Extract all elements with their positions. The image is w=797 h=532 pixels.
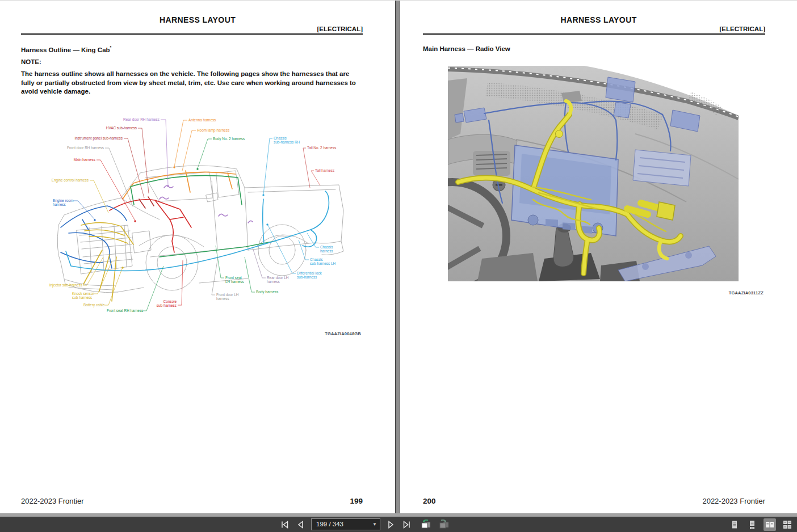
svg-text:Front door LHharness: Front door LHharness bbox=[216, 293, 239, 301]
svg-text:Differential locksub-harness: Differential locksub-harness bbox=[297, 271, 322, 279]
figure-code: TGAAZIA0311ZZ bbox=[729, 290, 764, 295]
page-title: HARNESS LAYOUT bbox=[400, 15, 797, 24]
first-page-button[interactable] bbox=[280, 519, 290, 530]
page-footer: 2022-2023 Frontier 199 bbox=[21, 497, 363, 505]
chevron-down-icon[interactable]: ▼ bbox=[372, 519, 377, 530]
svg-text:Front seat RH harness: Front seat RH harness bbox=[107, 309, 143, 313]
previous-page-button[interactable] bbox=[296, 519, 304, 530]
two-page-view-icon[interactable] bbox=[764, 518, 776, 531]
svg-text:Engine roomharness: Engine roomharness bbox=[53, 199, 73, 206]
figure-subtitle: Harness Outline — King Cab* bbox=[21, 45, 111, 53]
svg-text:Body harness: Body harness bbox=[256, 290, 278, 294]
section-label: [ELECTRICAL] bbox=[720, 26, 766, 32]
svg-text:Chassissub-harness LH: Chassissub-harness LH bbox=[310, 257, 335, 265]
footer-page-number: 200 bbox=[423, 497, 436, 505]
svg-text:Front door RH harness: Front door RH harness bbox=[67, 146, 104, 150]
last-page-button[interactable] bbox=[402, 519, 411, 530]
page-indicator: 199 / 343 bbox=[316, 521, 343, 527]
viewer-toolbar: 199 / 343 ▼ bbox=[0, 517, 797, 532]
svg-text:Front seatLH harness: Front seatLH harness bbox=[225, 276, 244, 284]
svg-text:Knock sensorsub-harness: Knock sensorsub-harness bbox=[72, 292, 95, 299]
next-view-button[interactable] bbox=[438, 519, 450, 530]
svg-text:HVAC sub-harness: HVAC sub-harness bbox=[106, 126, 137, 130]
previous-view-button[interactable] bbox=[420, 519, 431, 530]
footer-page-number: 199 bbox=[350, 497, 363, 505]
footer-model: 2022-2023 Frontier bbox=[21, 497, 84, 505]
diagram-labels: Rear door RH harnessAntenna harnessHVAC … bbox=[49, 117, 336, 313]
two-page-spread: HARNESS LAYOUT [ELECTRICAL] Harness Outl… bbox=[0, 0, 797, 513]
svg-text:Injector sub-harness: Injector sub-harness bbox=[49, 283, 82, 288]
footer-model: 2022-2023 Frontier bbox=[702, 497, 765, 505]
single-page-view-icon[interactable] bbox=[728, 518, 741, 531]
note-label: NOTE: bbox=[21, 58, 362, 66]
svg-text:Room lamp harness: Room lamp harness bbox=[197, 128, 229, 133]
svg-text:Antenna harness: Antenna harness bbox=[188, 118, 216, 122]
figure-subtitle: Main Harness — Radio View bbox=[423, 45, 510, 52]
svg-text:Battery cable: Battery cable bbox=[83, 303, 105, 307]
svg-text:Rear door RH harness: Rear door RH harness bbox=[123, 117, 160, 121]
svg-text:Tail harness: Tail harness bbox=[315, 168, 334, 172]
page-200: HARNESS LAYOUT [ELECTRICAL] Main Harness… bbox=[400, 1, 797, 513]
radio-view-image bbox=[448, 66, 739, 281]
svg-text:Instrument panel sub-harness: Instrument panel sub-harness bbox=[74, 136, 123, 141]
svg-text:Consolesub-harness: Consolesub-harness bbox=[157, 299, 177, 307]
page-title: HARNESS LAYOUT bbox=[0, 15, 395, 24]
page-footer: 200 2022-2023 Frontier bbox=[423, 497, 765, 505]
svg-text:Rear door LHharness: Rear door LHharness bbox=[267, 276, 289, 284]
page-layout-group bbox=[728, 517, 794, 532]
svg-text:Body No. 2 harness: Body No. 2 harness bbox=[213, 137, 245, 141]
figure-code: TGAAZIA0048GB bbox=[325, 331, 361, 336]
header-rule bbox=[21, 33, 363, 35]
continuous-view-icon[interactable] bbox=[746, 518, 758, 531]
page-199: HARNESS LAYOUT [ELECTRICAL] Harness Outl… bbox=[0, 1, 395, 513]
page-navigation-group: 199 / 343 ▼ bbox=[280, 517, 450, 532]
harness-outline-diagram: Rear door RH harnessAntenna harnessHVAC … bbox=[48, 114, 366, 321]
two-page-continuous-view-icon[interactable] bbox=[781, 518, 794, 531]
page-gutter bbox=[395, 1, 400, 513]
section-label: [ELECTRICAL] bbox=[317, 26, 363, 32]
svg-text:Tail No. 2 harness: Tail No. 2 harness bbox=[307, 146, 336, 150]
harness-routes bbox=[61, 171, 329, 301]
svg-text:Chassissub-harness RH: Chassissub-harness RH bbox=[274, 136, 300, 144]
svg-text:Chassisharness: Chassisharness bbox=[320, 245, 333, 253]
svg-text:Main harness: Main harness bbox=[74, 158, 95, 162]
note-text: The harness outline shows all harnesses … bbox=[21, 70, 356, 95]
svg-text:Engine control harness: Engine control harness bbox=[52, 178, 89, 183]
note-block: NOTE: The harness outline shows all harn… bbox=[21, 58, 362, 96]
header-rule bbox=[423, 33, 765, 35]
footnote-asterisk: * bbox=[110, 45, 112, 49]
next-page-button[interactable] bbox=[387, 519, 395, 530]
pdf-viewer-window: HARNESS LAYOUT [ELECTRICAL] Harness Outl… bbox=[0, 0, 797, 532]
page-number-field[interactable]: 199 / 343 ▼ bbox=[311, 518, 380, 530]
